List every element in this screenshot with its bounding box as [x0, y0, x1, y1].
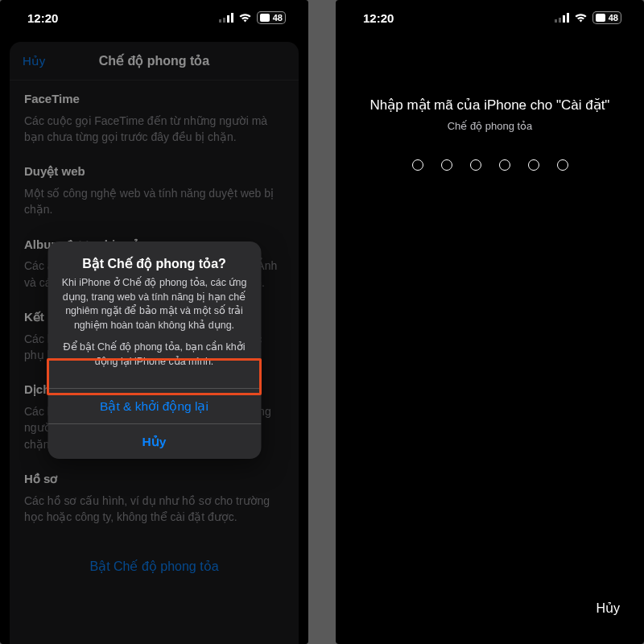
svg-rect-6 — [563, 15, 565, 23]
battery-icon: 48 — [257, 11, 286, 24]
cellular-signal-icon — [555, 13, 569, 23]
alert-message-1: Khi iPhone ở Chế độ phong tỏa, các ứng d… — [60, 276, 248, 332]
svg-rect-3 — [231, 13, 233, 23]
status-right: 48 — [219, 11, 286, 24]
alert-enable-restart-button[interactable]: Bật & khởi động lại — [47, 388, 261, 423]
passcode-dot — [412, 159, 423, 171]
wifi-icon — [574, 13, 588, 23]
svg-rect-4 — [555, 19, 557, 23]
alert-cancel-button[interactable]: Hủy — [47, 423, 261, 459]
svg-rect-2 — [227, 15, 229, 23]
passcode-dot — [441, 159, 452, 171]
passcode-dot — [470, 159, 481, 171]
passcode-cancel-button[interactable]: Hủy — [596, 601, 620, 616]
cellular-signal-icon — [219, 13, 233, 23]
svg-rect-0 — [219, 19, 221, 23]
passcode-dots — [355, 159, 625, 171]
svg-rect-5 — [559, 18, 561, 23]
passcode-dot — [557, 159, 568, 171]
passcode-dot — [499, 159, 510, 171]
status-right: 48 — [555, 11, 621, 24]
svg-rect-1 — [223, 18, 225, 23]
wifi-icon — [238, 13, 252, 23]
status-bar: 12:20 48 — [336, 0, 644, 35]
passcode-screen: Nhập mật mã của iPhone cho "Cài đặt" Chế… — [336, 97, 644, 171]
confirm-alert: Bật Chế độ phong tỏa? Khi iPhone ở Chế đ… — [47, 242, 261, 459]
phone-right: 12:20 48 Nhập mật mã của iPhone cho "Cài… — [336, 0, 644, 644]
svg-rect-7 — [567, 13, 569, 23]
phone-left: 12:20 48 Hủy Chế độ phong tỏa Fac — [0, 0, 308, 644]
passcode-dot — [528, 159, 539, 171]
battery-icon: 48 — [592, 11, 621, 24]
status-time: 12:20 — [363, 11, 394, 25]
alert-title: Bật Chế độ phong tỏa? — [60, 256, 248, 271]
passcode-subtitle: Chế độ phong tỏa — [355, 120, 625, 132]
alert-message-2: Để bật Chế độ phong tỏa, bạn cần khởi độ… — [60, 341, 248, 369]
status-bar: 12:20 48 — [0, 0, 308, 35]
status-time: 12:20 — [27, 11, 58, 25]
passcode-title: Nhập mật mã của iPhone cho "Cài đặt" — [355, 97, 625, 114]
